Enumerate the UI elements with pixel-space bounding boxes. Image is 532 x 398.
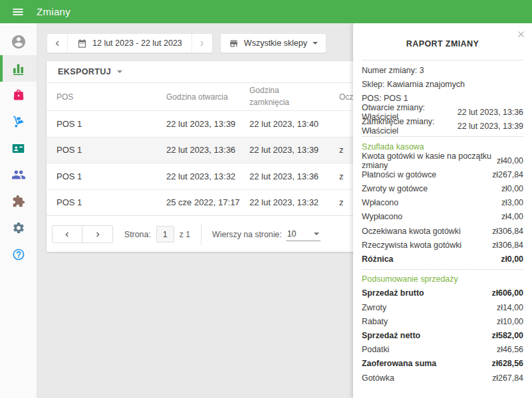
cell-closed: 22 lut 2023, 13:39: [249, 145, 329, 155]
rows-per-page-select[interactable]: 10: [286, 228, 321, 241]
report-row: Rabatyzł10,00: [362, 314, 523, 328]
chevron-left-icon: [63, 230, 72, 239]
cell-closed: 22 lut 2023, 13:36: [249, 171, 329, 181]
report-info-row: Zamknięcie zmiany: Właściciel22 lut 2023…: [362, 120, 523, 134]
date-next-button[interactable]: [192, 34, 212, 52]
export-button[interactable]: EKSPORTUJ: [58, 67, 122, 76]
date-range-label: 12 lut 2023 - 22 lut 2023: [92, 39, 182, 48]
account-icon: [11, 34, 27, 50]
page-input[interactable]: [156, 226, 174, 243]
divider: [362, 136, 523, 137]
apps-puzzle-icon: [12, 195, 25, 208]
report-row: Kwota gotówki w kasie na początku zmiany…: [362, 153, 523, 167]
shop-filter-label: Wszystkie sklepy: [244, 39, 307, 48]
report-info-row: Numer zmiany: 3: [362, 63, 523, 77]
cell-pos: POS 1: [47, 119, 166, 129]
cell-pos: POS 1: [47, 171, 166, 181]
divider: [362, 60, 523, 60]
report-row-total: Sprzedaż nettozł582,00: [362, 328, 523, 342]
report-row-total: Różnicazł0,00: [362, 252, 523, 266]
column-header-pos: POS: [47, 92, 166, 102]
sidebar-item-apps[interactable]: [0, 188, 37, 215]
statistics-bar-chart-icon: [11, 62, 25, 76]
report-row: Wypłaconozł4,00: [362, 210, 523, 224]
date-prev-button[interactable]: [47, 34, 68, 52]
section-heading: Podsumowanie sprzedaży: [362, 272, 523, 286]
help-icon: [12, 248, 25, 261]
divider: [201, 224, 201, 245]
cell-opened: 22 lut 2023, 13:36: [166, 145, 249, 155]
sidebar-item-staff[interactable]: [0, 135, 37, 161]
column-header-opened: Godzina otwarcia: [166, 92, 249, 102]
store-icon: [229, 39, 239, 49]
settings-gear-icon: [12, 221, 25, 235]
page-title: Zmiany: [37, 6, 70, 17]
report-row-total: Zaoferowana sumazł628,56: [362, 357, 523, 371]
shop-filter-dropdown[interactable]: Wszystkie sklepy: [220, 33, 327, 53]
sidebar-item-help[interactable]: [0, 241, 37, 268]
cell-closed: 22 lut 2023, 13:40: [249, 119, 329, 129]
customers-people-icon: [11, 167, 26, 182]
shift-report-panel: RAPORT ZMIANY Numer zmiany: 3 Sklep: Kaw…: [353, 23, 532, 398]
cell-opened: 22 lut 2023, 13:39: [166, 119, 249, 129]
date-range-display[interactable]: 12 lut 2023 - 22 lut 2023: [68, 39, 192, 49]
sidebar-nav: [0, 23, 37, 398]
report-info-row: Sklep: Kawiarnia znajomych: [362, 77, 523, 91]
divider: [362, 269, 523, 270]
chevron-left-icon: [53, 39, 63, 49]
sidebar-item-sales[interactable]: [0, 82, 37, 108]
filter-bar: 12 lut 2023 - 22 lut 2023 Wszystkie skle…: [47, 33, 327, 53]
close-panel-button[interactable]: [516, 29, 526, 39]
chevron-down-icon: [117, 70, 122, 73]
report-row-total: Sprzedaż bruttozł606,00: [362, 286, 523, 300]
chevron-down-icon: [314, 233, 319, 235]
page-of-label: z 1: [180, 230, 190, 239]
calendar-icon: [77, 39, 87, 49]
chevron-down-icon: [313, 42, 318, 45]
staff-card-icon: [11, 142, 25, 155]
pagination-next-button[interactable]: [82, 225, 113, 243]
sidebar-item-inventory[interactable]: [0, 108, 37, 135]
report-row: Rzeczywista kwota gotówkizł306,84: [362, 238, 523, 252]
pagination-prev-button[interactable]: [52, 225, 82, 243]
cell-closed: 22 lut 2023, 13:32: [249, 197, 329, 207]
hamburger-menu-button[interactable]: [4, 0, 32, 23]
column-header-closed: Godzina zamknięcia: [249, 85, 329, 108]
report-row: Gotówkazł267,84: [362, 371, 523, 385]
chevron-right-icon: [197, 39, 207, 49]
hamburger-icon: [11, 5, 25, 19]
panel-title: RAPORT ZMIANY: [362, 23, 523, 49]
cell-pos: POS 1: [47, 145, 166, 155]
page-label: Strona:: [124, 230, 151, 239]
report-row: Wpłaconozł3,00: [362, 196, 523, 210]
sidebar-item-customers[interactable]: [0, 161, 37, 188]
report-row: Zwrotyzł14,00: [362, 300, 523, 314]
cell-opened: 25 cze 2022, 17:17: [166, 197, 249, 207]
export-label: EKSPORTUJ: [58, 67, 111, 76]
cell-opened: 22 lut 2023, 13:32: [166, 171, 249, 181]
report-row: Podatkizł46,56: [362, 343, 523, 357]
cell-pos: POS 1: [47, 197, 166, 207]
sidebar-item-settings[interactable]: [0, 215, 37, 241]
rows-per-page-label: Wierszy na stronie:: [212, 230, 282, 239]
rows-per-page-value: 10: [287, 229, 297, 239]
report-row: Oczekiwana kwota gotówkizł306,84: [362, 224, 523, 238]
close-icon: [516, 29, 526, 39]
app-bar: Zmiany: [0, 0, 532, 23]
report-row: Zwroty w gotówcezł0,00: [362, 182, 523, 196]
sidebar-item-account[interactable]: [0, 29, 37, 55]
sales-bag-icon: [12, 88, 25, 102]
sidebar-item-statistics[interactable]: [0, 55, 37, 82]
chevron-right-icon: [93, 230, 102, 239]
date-range-picker: 12 lut 2023 - 22 lut 2023: [47, 33, 213, 53]
inventory-handtruck-icon: [12, 115, 25, 128]
